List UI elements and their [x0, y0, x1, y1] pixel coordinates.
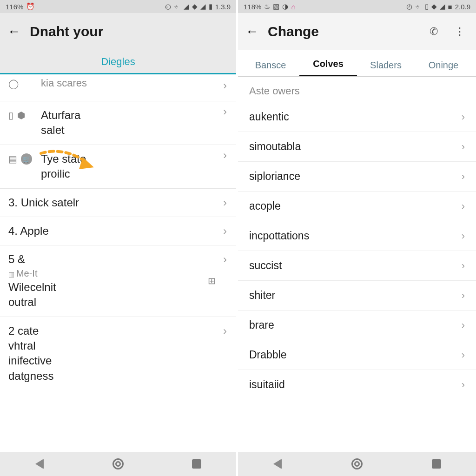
nav-home-button[interactable] [349, 456, 365, 472]
shield-icon: ◯ [8, 78, 19, 89]
status-version: 1.3.9 [215, 3, 231, 11]
list-item-aturfara[interactable]: ▯ ⬢ Aturfara salet › [0, 101, 236, 145]
list-item-label: Drabble [249, 349, 287, 361]
list-item-line2: outral [8, 295, 208, 310]
tab-bansce[interactable]: Bansce [242, 60, 299, 76]
list-item-label: kia scares [41, 76, 218, 90]
chevron-right-icon: › [462, 290, 465, 302]
nav-recent-button[interactable] [189, 456, 205, 472]
list-item-5[interactable]: 5 & ▥ Me-It Wilecelnit outral ⊞ › [0, 245, 236, 317]
chevron-right-icon: › [218, 79, 227, 92]
list-item-label: acople [249, 200, 281, 212]
alarm-icon: ⏰ [26, 2, 35, 11]
chevron-right-icon: › [462, 171, 465, 183]
chevron-right-icon: › [218, 196, 227, 209]
app-bar: ← Change ✆ ⋮ [238, 13, 476, 50]
clock-icon: ◴ [165, 2, 171, 11]
status-bar: 116% ⏰ ◴ ᯤ ◢ ◆ ◢ ▮ 1.3.9 [0, 0, 236, 13]
nav-bar [238, 452, 476, 476]
chevron-right-icon: › [218, 149, 227, 162]
tab-colves[interactable]: Colves [299, 59, 357, 76]
nav-back-button[interactable] [32, 456, 47, 472]
list-item-label: 4. Apple [8, 224, 218, 238]
list-item-cut[interactable]: ◯ kia scares › [0, 74, 236, 101]
battery-icon: ▮ [209, 2, 212, 11]
list-item-head: 2 cate [8, 324, 218, 338]
tab-oninge[interactable]: Oninge [415, 60, 472, 76]
diamond-icon: ◆ [431, 2, 437, 11]
home-star-icon: ⬢ [17, 110, 25, 121]
heat-icon: ♨ [264, 2, 270, 11]
chevron-right-icon: › [462, 200, 465, 212]
tab-bar: Bansce Colves Sladers Oninge [238, 50, 476, 76]
chevron-right-icon: › [462, 379, 465, 391]
app-bar: ← Dnaht your [0, 13, 236, 50]
card-icon: ▯ [8, 110, 13, 121]
list-item-label: shiter [249, 289, 275, 302]
list-item-tye-state[interactable]: ▤ 🛒 Tye state proilic › [0, 145, 236, 189]
list-item-label: brare [249, 319, 274, 331]
list-item-label: incpottations [249, 230, 309, 242]
chevron-right-icon: › [218, 225, 227, 238]
tab-diegles[interactable]: Diegles [101, 56, 135, 68]
section-header: Aste owers [238, 77, 476, 102]
page-title: Dnaht your [30, 24, 103, 40]
chevron-right-icon: › [462, 111, 465, 123]
nav-back-button[interactable] [270, 456, 285, 472]
chevron-right-icon: › [462, 349, 465, 361]
chevron-right-icon: › [218, 324, 227, 337]
list-item[interactable]: succist› [238, 251, 476, 281]
status-bar: 118% ♨ ▧ ◑ ⌂ ◴ ᯤ ▯ ◆ ◢ ■ 2.0.9 [238, 0, 476, 13]
list-item-head: 5 & [8, 252, 208, 267]
call-icon[interactable]: ✆ [426, 26, 442, 38]
screen-right: 118% ♨ ▧ ◑ ⌂ ◴ ᯤ ▯ ◆ ◢ ■ 2.0.9 ← Change … [238, 0, 476, 476]
list-item[interactable]: Drabble› [238, 340, 476, 370]
battery-outline-icon: ▯ [425, 2, 429, 11]
back-button[interactable]: ← [245, 24, 258, 39]
list-item-line1: Aturfara [41, 108, 218, 123]
chevron-right-icon: › [218, 105, 227, 118]
list-item-apple[interactable]: 4. Apple › [0, 217, 236, 245]
list-item[interactable]: incpottations› [238, 221, 476, 251]
add-icon[interactable]: ⊞ [208, 275, 216, 286]
signal2-icon: ◢ [200, 2, 206, 11]
list-item-label: siploriance [249, 170, 300, 183]
tab-bar: Diegles [0, 50, 236, 74]
list-item-line2: salet [41, 123, 218, 138]
list-item[interactable]: acople› [238, 192, 476, 221]
list-item[interactable]: siploriance› [238, 162, 476, 192]
signal-icon: ◢ [440, 2, 445, 11]
list-content[interactable]: Aste owers aukentic› simoutabla› siplori… [238, 77, 476, 452]
list-item[interactable]: aukentic› [238, 102, 476, 132]
note-icon: ▧ [273, 2, 279, 11]
headset-icon: ⌂ [291, 3, 295, 11]
list-item[interactable]: isuitaiid› [238, 370, 476, 399]
diamond-icon: ◆ [192, 2, 198, 11]
list-item-label: aukentic [249, 111, 289, 123]
list-item-sub: Me-It [16, 268, 38, 278]
back-button[interactable]: ← [7, 24, 20, 39]
nav-home-button[interactable] [110, 456, 126, 472]
chevron-right-icon: › [218, 253, 227, 266]
status-version: 2.0.9 [455, 3, 470, 11]
list-item[interactable]: shiter› [238, 281, 476, 311]
list-item-label: 3. Unick satelr [8, 195, 218, 210]
list-content[interactable]: ◯ kia scares › ▯ ⬢ Aturfara salet › ▤ 🛒 [0, 74, 236, 452]
page-title: Change [268, 24, 319, 40]
moon-icon: ◑ [282, 2, 288, 11]
battery-percent: 116% [6, 3, 23, 11]
overflow-menu-icon[interactable]: ⋮ [451, 26, 469, 38]
list-item[interactable]: simoutabla› [238, 132, 476, 162]
list-item-line3: datgness [8, 369, 218, 383]
list-item[interactable]: brare› [238, 311, 476, 340]
wifi-icon: ᯤ [174, 3, 181, 11]
nav-bar [0, 452, 236, 476]
tab-sladers[interactable]: Sladers [357, 60, 415, 76]
list-item-unick[interactable]: 3. Unick satelr › [0, 189, 236, 217]
nav-recent-button[interactable] [429, 456, 444, 472]
list-item-2[interactable]: 2 cate vhtral inifective datgness › [0, 317, 236, 390]
list-item-label: succist [249, 259, 282, 272]
battery-percent: 118% [244, 3, 261, 11]
annotation-arrow-icon [36, 149, 106, 186]
clipboard-icon: ▤ [8, 153, 17, 165]
